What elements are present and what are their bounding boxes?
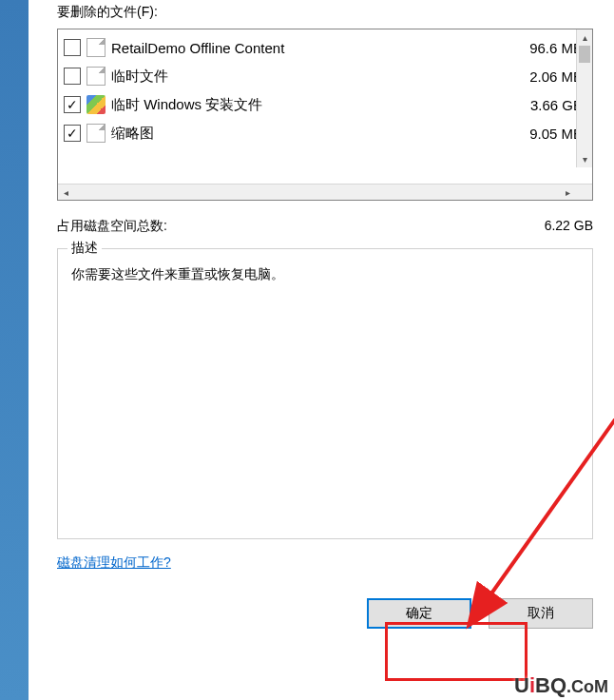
file-name: 临时文件	[111, 68, 529, 86]
vertical-scrollbar[interactable]: ▴ ▾	[576, 29, 592, 167]
ok-button[interactable]: 确定	[367, 598, 471, 629]
file-checkbox[interactable]	[64, 68, 81, 85]
scrollbar-thumb[interactable]	[579, 46, 590, 63]
total-space-value: 6.22 GB	[545, 218, 593, 235]
scrollbar-track[interactable]	[74, 185, 560, 200]
scroll-right-arrow[interactable]: ▸	[560, 185, 576, 200]
watermark: UiBQ.CoM	[514, 673, 608, 698]
file-row[interactable]: 临时文件2.06 MB	[58, 62, 592, 90]
file-row[interactable]: 临时 Windows 安装文件3.66 GB	[58, 90, 592, 119]
file-row[interactable]: 缩略图9.05 MB	[58, 119, 592, 147]
document-icon	[86, 38, 106, 57]
scroll-left-arrow[interactable]: ◂	[58, 185, 74, 200]
files-to-delete-label: 要删除的文件(F):	[57, 4, 593, 21]
file-row[interactable]: RetailDemo Offline Content96.6 MB	[58, 33, 592, 62]
file-name: 缩略图	[111, 125, 529, 143]
scroll-up-arrow[interactable]: ▴	[577, 29, 592, 46]
file-name: 临时 Windows 安装文件	[111, 96, 530, 114]
button-row: 确定 取消	[57, 598, 593, 629]
file-name: RetailDemo Offline Content	[111, 40, 529, 56]
scroll-down-arrow[interactable]: ▾	[577, 151, 592, 167]
total-space-label: 占用磁盘空间总数:	[57, 218, 545, 235]
file-checkbox[interactable]	[64, 39, 81, 56]
horizontal-scrollbar[interactable]: ◂ ▸	[58, 184, 592, 200]
desktop-background	[0, 0, 29, 700]
cancel-button[interactable]: 取消	[489, 598, 593, 629]
file-list: RetailDemo Offline Content96.6 MB临时文件2.0…	[57, 29, 593, 201]
windows-icon	[86, 95, 106, 114]
scrollbar-corner	[576, 185, 592, 200]
total-space-row: 占用磁盘空间总数: 6.22 GB	[57, 218, 593, 235]
document-icon	[86, 124, 106, 143]
document-icon	[86, 67, 106, 86]
file-checkbox[interactable]	[64, 125, 81, 142]
description-group: 描述 你需要这些文件来重置或恢复电脑。	[57, 248, 593, 539]
description-legend: 描述	[67, 240, 102, 257]
disk-cleanup-dialog: 要删除的文件(F): RetailDemo Offline Content96.…	[29, 0, 614, 700]
help-link[interactable]: 磁盘清理如何工作?	[57, 554, 171, 572]
description-text: 你需要这些文件来重置或恢复电脑。	[71, 266, 579, 283]
file-checkbox[interactable]	[64, 96, 81, 113]
